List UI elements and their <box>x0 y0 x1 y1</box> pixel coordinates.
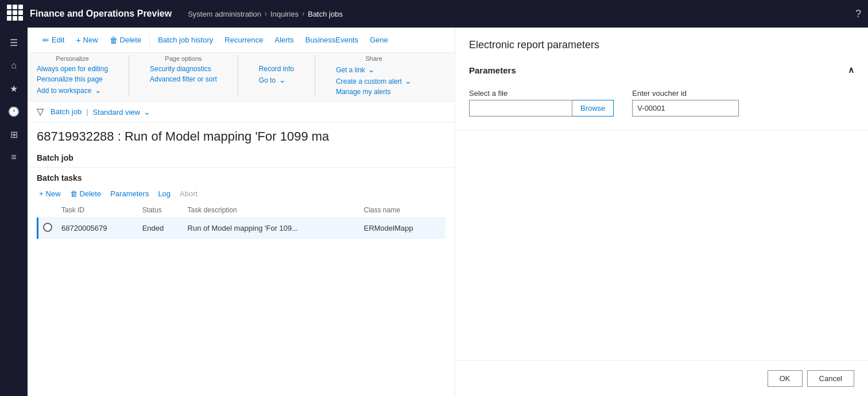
browse-button[interactable]: Browse <box>572 100 614 117</box>
row-status: Ended <box>138 218 183 239</box>
divider-2 <box>238 55 238 96</box>
options-bar: Personalize Always open for editing Pers… <box>28 53 455 102</box>
tasks-toolbar: + New 🗑 Delete Parameters Log Abort <box>28 186 455 203</box>
select-file-field: Select a file Browse <box>469 89 614 117</box>
security-diagnostics-link[interactable]: Security diagnostics <box>150 64 217 73</box>
parameters-section: Parameters ∧ Select a file Browse Enter … <box>455 60 868 131</box>
parameters-content: Select a file Browse Enter voucher id <box>455 80 868 130</box>
view-chevron <box>142 108 150 117</box>
panel-footer: OK Cancel <box>455 360 868 396</box>
view-label: Batch job <box>51 107 82 116</box>
select-file-label: Select a file <box>469 89 614 98</box>
batch-job-history-button[interactable]: Batch job history <box>152 32 219 48</box>
cancel-button[interactable]: Cancel <box>807 370 854 387</box>
workspaces-icon[interactable]: ⊞ <box>3 124 24 145</box>
sidebar: ☰ ⌂ ★ 🕐 ⊞ ≡ <box>0 28 28 396</box>
col-status: Status <box>138 203 183 218</box>
view-name[interactable]: Standard view <box>93 107 150 117</box>
divider-1 <box>129 55 129 96</box>
new-button[interactable]: + New <box>70 32 103 48</box>
row-task-id: 68720005679 <box>57 218 138 239</box>
home-icon[interactable]: ⌂ <box>3 55 24 76</box>
browse-row: Browse <box>469 100 614 117</box>
right-panel: Electronic report parameters Parameters … <box>455 28 868 396</box>
page-content: ▽ Batch job | Standard view 68719932288 … <box>28 102 455 396</box>
create-alert-link[interactable]: Create a custom alert <box>336 76 412 86</box>
batch-job-section: Batch job <box>28 149 455 168</box>
voucher-id-input[interactable] <box>632 100 739 117</box>
col-select <box>38 203 57 218</box>
gene-button[interactable]: Gene <box>364 32 394 48</box>
recent-icon[interactable]: 🕐 <box>3 101 24 122</box>
edit-button[interactable]: ✏ Edit <box>37 32 70 48</box>
edit-icon: ✏ <box>42 36 49 45</box>
tasks-new-icon: + <box>39 189 44 198</box>
breadcrumb-item-3[interactable]: Batch jobs <box>308 10 343 18</box>
tasks-delete-button[interactable]: 🗑 Delete <box>68 188 104 199</box>
personalize-title: Personalize <box>37 55 108 62</box>
tasks-log-button[interactable]: Log <box>156 188 173 199</box>
tasks-table: Task ID Status Task description Class na… <box>37 203 445 239</box>
record-group: Record info Go to <box>259 55 294 96</box>
create-alert-chevron <box>404 77 412 86</box>
delete-icon: 🗑 <box>110 36 118 45</box>
parameters-section-header[interactable]: Parameters ∧ <box>455 60 868 80</box>
row-radio-cell <box>38 218 57 239</box>
breadcrumb: System administration › Inquiries › Batc… <box>188 10 343 18</box>
favorites-icon[interactable]: ★ <box>3 78 24 99</box>
advanced-filter-link[interactable]: Advanced filter or sort <box>150 75 217 84</box>
row-task-desc: Run of Model mapping 'For 109... <box>183 218 359 239</box>
hamburger-icon[interactable]: ☰ <box>3 32 24 53</box>
collapse-icon: ∧ <box>848 65 854 75</box>
main-layout: ☰ ⌂ ★ 🕐 ⊞ ≡ ✏ Edit + New 🗑 Delete Batch … <box>0 28 868 396</box>
new-icon: + <box>76 36 80 45</box>
top-bar: Finance and Operations Preview System ad… <box>0 0 868 28</box>
col-class-name: Class name <box>359 203 445 218</box>
tasks-delete-icon: 🗑 <box>70 189 78 198</box>
record-info-link[interactable]: Record info <box>259 64 294 73</box>
get-link-link[interactable]: Get a link <box>336 64 412 75</box>
divider-3 <box>315 55 315 96</box>
tasks-new-button[interactable]: + New <box>37 188 63 199</box>
breadcrumb-sep-2: › <box>302 10 304 18</box>
waffle-menu[interactable] <box>7 5 25 23</box>
radio-button[interactable] <box>43 223 52 232</box>
view-select: Batch job | Standard view <box>51 107 150 117</box>
table-container: Task ID Status Task description Class na… <box>28 203 455 239</box>
panel-title: Electronic report parameters <box>455 28 868 51</box>
modules-icon[interactable]: ≡ <box>3 147 24 168</box>
parameters-label: Parameters <box>469 65 516 75</box>
app-title: Finance and Operations Preview <box>30 9 172 19</box>
batch-tasks-header: Batch tasks <box>28 168 455 186</box>
add-to-workspace-chevron <box>94 87 102 95</box>
share-title: Share <box>336 55 412 62</box>
breadcrumb-item-1[interactable]: System administration <box>188 10 261 18</box>
always-open-editing-link[interactable]: Always open for editing <box>37 64 108 73</box>
help-icon[interactable]: ? <box>855 8 861 20</box>
recurrence-button[interactable]: Recurrence <box>219 32 269 48</box>
col-task-id: Task ID <box>57 203 138 218</box>
ok-button[interactable]: OK <box>768 370 803 387</box>
alerts-button[interactable]: Alerts <box>269 32 300 48</box>
add-to-workspace-link[interactable]: Add to workspace <box>37 85 108 95</box>
get-link-chevron <box>367 66 375 74</box>
delete-button[interactable]: 🗑 Delete <box>104 32 148 48</box>
breadcrumb-item-2[interactable]: Inquiries <box>270 10 299 18</box>
goto-chevron <box>278 76 286 84</box>
breadcrumb-sep-1: › <box>265 10 267 18</box>
goto-link[interactable]: Go to <box>259 75 294 85</box>
personalize-group: Personalize Always open for editing Pers… <box>37 55 108 96</box>
business-events-button[interactable]: BusinessEvents <box>300 32 365 48</box>
table-row[interactable]: 68720005679 Ended Run of Model mapping '… <box>38 218 446 239</box>
select-file-input[interactable] <box>469 100 572 117</box>
page-options-group: Page options Security diagnostics Advanc… <box>150 55 217 96</box>
filter-icon[interactable]: ▽ <box>37 106 44 117</box>
tasks-parameters-button[interactable]: Parameters <box>108 188 151 199</box>
personalize-page-link[interactable]: Personalize this page <box>37 75 108 84</box>
tasks-abort-button[interactable]: Abort <box>177 188 200 199</box>
share-group: Share Get a link Create a custom alert M… <box>336 55 412 96</box>
manage-alerts-link[interactable]: Manage my alerts <box>336 87 412 96</box>
page-toolbar: ▽ Batch job | Standard view <box>28 102 455 122</box>
page-options-title: Page options <box>150 55 217 62</box>
toolbar-sep-1 <box>149 32 150 48</box>
